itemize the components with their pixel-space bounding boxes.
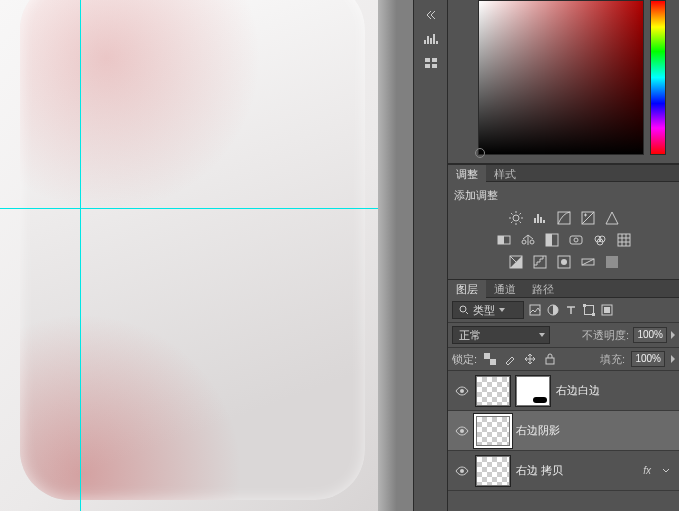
tab-paths[interactable]: 路径: [524, 280, 562, 298]
canvas-area[interactable]: [0, 0, 413, 511]
svg-rect-30: [592, 313, 595, 316]
adjust-row-3: [448, 251, 679, 273]
lock-all-icon[interactable]: [543, 352, 557, 366]
posterize-icon[interactable]: [533, 255, 547, 269]
lock-position-icon[interactable]: [523, 352, 537, 366]
layer-row[interactable]: 右边白边: [448, 371, 679, 411]
fill-input[interactable]: 100%: [631, 351, 665, 367]
selective-color-icon[interactable]: [605, 255, 619, 269]
filter-type-icon[interactable]: [564, 303, 578, 317]
svg-rect-34: [490, 359, 496, 365]
panel-area: 调整 样式 添加调整: [413, 0, 679, 511]
layer-mask-thumbnail[interactable]: [516, 376, 550, 406]
layer-effects-badge[interactable]: fx: [643, 465, 653, 476]
visibility-icon[interactable]: [454, 466, 470, 476]
layer-filter-row: 类型: [448, 298, 679, 323]
right-panels: 调整 样式 添加调整: [448, 0, 679, 511]
gradient-map-icon[interactable]: [581, 255, 595, 269]
svg-rect-35: [546, 358, 554, 364]
layer-panel-tabs: 图层 通道 路径: [448, 280, 679, 298]
svg-rect-8: [498, 236, 504, 244]
channel-mixer-icon[interactable]: [593, 233, 607, 247]
threshold-icon[interactable]: [557, 255, 571, 269]
guide-horizontal[interactable]: [0, 208, 378, 209]
layer-thumbnail[interactable]: [476, 416, 510, 446]
opacity-input[interactable]: 100%: [633, 327, 667, 343]
layer-thumbnail[interactable]: [476, 376, 510, 406]
layer-name[interactable]: 右边 拷贝: [516, 463, 637, 478]
layer-row[interactable]: 右边 拷贝 fx: [448, 451, 679, 491]
svg-rect-13: [570, 236, 582, 244]
svg-point-14: [574, 238, 578, 242]
lock-pixels-icon[interactable]: [503, 352, 517, 366]
filter-adjustment-icon[interactable]: [546, 303, 560, 317]
search-icon: [459, 305, 469, 315]
opacity-flyout-icon[interactable]: [671, 331, 675, 339]
blackwhite-icon[interactable]: [545, 233, 559, 247]
chevron-down-icon[interactable]: [659, 464, 673, 478]
fill-flyout-icon[interactable]: [671, 355, 675, 363]
guide-vertical[interactable]: [80, 0, 81, 511]
svg-point-10: [530, 240, 534, 244]
layer-name[interactable]: 右边阴影: [516, 423, 673, 438]
filter-smart-icon[interactable]: [600, 303, 614, 317]
svg-point-37: [460, 429, 464, 433]
tab-adjustments[interactable]: 调整: [448, 165, 486, 183]
visibility-icon[interactable]: [454, 386, 470, 396]
svg-rect-5: [558, 212, 570, 224]
color-picker: [448, 0, 679, 164]
svg-point-9: [522, 240, 526, 244]
blend-mode-dropdown[interactable]: 正常: [452, 326, 550, 344]
color-balance-icon[interactable]: [521, 233, 535, 247]
adjust-row-2: [448, 229, 679, 251]
tab-layers[interactable]: 图层: [448, 280, 486, 298]
svg-point-4: [513, 215, 519, 221]
tab-channels[interactable]: 通道: [486, 280, 524, 298]
vibrance-icon[interactable]: [605, 211, 619, 225]
filter-shape-icon[interactable]: [582, 303, 596, 317]
svg-rect-2: [425, 64, 430, 68]
svg-rect-24: [606, 256, 618, 268]
blend-mode-label: 正常: [459, 328, 481, 343]
svg-rect-0: [425, 58, 430, 62]
adjust-tabs: 调整 样式: [448, 164, 679, 182]
photo-filter-icon[interactable]: [569, 233, 583, 247]
layer-name[interactable]: 右边白边: [556, 383, 673, 398]
svg-rect-1: [432, 58, 437, 62]
color-saturation-field[interactable]: [478, 0, 644, 155]
svg-rect-3: [432, 64, 437, 68]
curves-icon[interactable]: [557, 211, 571, 225]
filter-pixel-icon[interactable]: [528, 303, 542, 317]
visibility-icon[interactable]: [454, 426, 470, 436]
lock-label: 锁定:: [452, 352, 477, 367]
svg-rect-32: [604, 307, 610, 313]
document-shape: [20, 0, 365, 500]
chevron-down-icon: [539, 333, 545, 337]
app-root: 调整 样式 添加调整: [0, 0, 679, 511]
rail-expand-icon[interactable]: [417, 4, 445, 26]
layer-row[interactable]: 右边阴影: [448, 411, 679, 451]
levels-icon[interactable]: [533, 211, 547, 225]
filter-kind-label: 类型: [473, 303, 495, 318]
filter-kind-dropdown[interactable]: 类型: [452, 301, 524, 319]
colorlookup-icon[interactable]: [617, 233, 631, 247]
invert-icon[interactable]: [509, 255, 523, 269]
brightness-icon[interactable]: [509, 211, 523, 225]
collapsed-panel-rail: [413, 0, 448, 511]
tab-styles[interactable]: 样式: [486, 165, 524, 183]
rail-swatches-icon[interactable]: [417, 52, 445, 74]
svg-point-38: [460, 469, 464, 473]
hue-slider[interactable]: [650, 0, 666, 155]
layer-thumbnail[interactable]: [476, 456, 510, 486]
fill-label: 填充:: [600, 352, 625, 367]
svg-rect-33: [484, 353, 490, 359]
hue-saturation-icon[interactable]: [497, 233, 511, 247]
exposure-icon[interactable]: [581, 211, 595, 225]
rail-histogram-icon[interactable]: [417, 28, 445, 50]
svg-point-22: [561, 259, 567, 265]
lock-transparency-icon[interactable]: [483, 352, 497, 366]
add-adjustment-label: 添加调整: [448, 184, 679, 207]
svg-rect-29: [583, 304, 586, 307]
svg-point-36: [460, 389, 464, 393]
color-selection-ring: [475, 148, 485, 158]
